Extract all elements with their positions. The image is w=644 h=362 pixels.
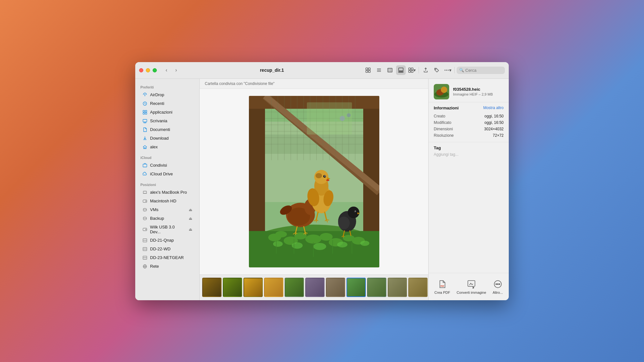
sidebar-item-applicazioni[interactable]: Applicazioni <box>137 108 197 116</box>
content-main[interactable] <box>200 89 428 274</box>
svg-point-142 <box>499 283 500 284</box>
svg-rect-13 <box>402 71 403 72</box>
sidebar-download-label: Download <box>150 136 169 141</box>
view-more-btn[interactable]: ▾ <box>407 65 417 75</box>
toolbar-divider-2 <box>454 67 455 73</box>
sidebar-item-wilk-usb[interactable]: Wilk USB 3.0 Dev... ⏏ <box>137 223 197 236</box>
search-box[interactable]: 🔍 <box>457 67 505 74</box>
inspector-info-section: Informazioni Mostra altro Creato oggi, 1… <box>429 102 509 142</box>
svg-point-84 <box>305 235 321 244</box>
crea-pdf-button[interactable]: PDF Crea PDF <box>431 277 453 296</box>
eject-wilk-icon[interactable]: ⏏ <box>189 227 192 232</box>
sidebar-documenti-label: Documenti <box>150 127 170 132</box>
eject-backup-icon[interactable]: ⏏ <box>189 216 192 221</box>
inspector-spacer <box>429 160 509 273</box>
svg-point-18 <box>435 69 436 70</box>
sidebar-item-documenti[interactable]: Documenti <box>137 125 197 134</box>
more-action-icon <box>493 279 503 289</box>
thumbnail-9[interactable] <box>367 278 386 297</box>
drive-icon-vms <box>142 207 147 212</box>
sidebar-item-dd21[interactable]: DD-21-Qnap <box>137 236 197 245</box>
converti-label: Converti immagine <box>457 291 486 294</box>
sidebar-applicazioni-label: Applicazioni <box>150 110 172 115</box>
share-button[interactable] <box>421 65 431 75</box>
thumbnail-10[interactable] <box>388 278 407 297</box>
search-icon: 🔍 <box>459 68 464 72</box>
view-gallery-btn[interactable] <box>396 65 406 75</box>
sidebar-wilk-label: Wilk USB 3.0 Dev... <box>150 225 186 234</box>
search-input[interactable] <box>465 68 502 73</box>
altro-label: Altro... <box>493 291 503 294</box>
info-creato-row: Creato oggi, 16:50 <box>434 113 504 119</box>
thumbnail-3[interactable] <box>243 278 263 297</box>
sidebar-item-condivisi[interactable]: Condivisi <box>137 161 197 170</box>
sidebar-item-dd23[interactable]: DD-23-NETGEAR <box>137 254 197 262</box>
svg-rect-16 <box>409 70 411 72</box>
disk-icon <box>142 199 147 204</box>
sidebar-item-vms[interactable]: VMs ⏏ <box>137 206 197 214</box>
toolbar-divider-1 <box>419 67 419 73</box>
svg-point-39 <box>146 229 146 230</box>
more-button[interactable]: ▾ <box>443 65 452 75</box>
back-button[interactable]: ‹ <box>162 66 171 75</box>
sidebar-item-recenti[interactable]: Recenti <box>137 99 197 108</box>
sidebar-item-alex[interactable]: alex <box>137 143 197 151</box>
nas-icon-dd21 <box>142 238 147 243</box>
svg-rect-10 <box>399 68 403 71</box>
svg-point-21 <box>448 70 449 71</box>
tag-button[interactable] <box>432 65 441 75</box>
thumbnail-5[interactable] <box>285 278 304 297</box>
main-body: Preferiti AirDrop <box>135 79 509 300</box>
svg-point-125 <box>355 211 356 211</box>
thumbnail-6[interactable] <box>305 278 325 297</box>
sidebar-icloud-label: iCloud <box>135 153 199 161</box>
maximize-button[interactable] <box>153 68 157 72</box>
thumbnail-7[interactable] <box>326 278 345 297</box>
eject-vms-icon[interactable]: ⏏ <box>189 208 192 212</box>
sidebar-preferiti-label: Preferiti <box>135 83 199 90</box>
sidebar-alex-label: alex <box>150 144 158 149</box>
thumbnail-4[interactable] <box>264 278 283 297</box>
svg-point-124 <box>354 210 356 212</box>
view-list-btn[interactable] <box>374 65 384 75</box>
tag-placeholder[interactable]: Aggiungi tag... <box>434 152 504 157</box>
forward-button[interactable]: › <box>172 66 181 75</box>
sidebar-macintosh-label: Macintosh HD <box>150 199 176 203</box>
sidebar-item-icloud-drive[interactable]: iCloud Drive <box>137 170 197 178</box>
svg-rect-32 <box>143 164 147 167</box>
mostra-altro-link[interactable]: Mostra altro <box>483 106 504 110</box>
svg-point-122 <box>348 207 359 218</box>
close-button[interactable] <box>139 68 143 72</box>
converti-button[interactable]: Converti immagine <box>453 277 489 296</box>
preview-image[interactable] <box>249 96 379 267</box>
sidebar-item-scrivania[interactable]: Scrivania <box>137 117 197 125</box>
sidebar-item-dd22[interactable]: DD-22-WD <box>137 245 197 253</box>
thumbnail-2[interactable] <box>223 278 242 297</box>
sidebar-item-macintosh-hd[interactable]: Macintosh HD <box>137 197 197 205</box>
altro-button[interactable]: Altro... <box>489 277 506 296</box>
info-title: Informazioni <box>434 106 459 110</box>
sidebar-item-backup[interactable]: Backup ⏏ <box>137 214 197 223</box>
thumbnail-8[interactable] <box>346 278 366 297</box>
sidebar-item-macbook[interactable]: alex's MacBook Pro <box>137 188 197 197</box>
svg-rect-26 <box>143 113 145 114</box>
svg-point-37 <box>143 217 147 218</box>
thumbnail-1[interactable] <box>202 278 222 297</box>
sidebar-item-airdrop[interactable]: AirDrop <box>137 91 197 99</box>
svg-point-91 <box>313 243 326 250</box>
view-icon-btn[interactable] <box>363 65 373 75</box>
view-column-btn[interactable] <box>385 65 395 75</box>
sidebar: Preferiti AirDrop <box>135 79 200 300</box>
minimize-button[interactable] <box>146 68 150 72</box>
thumbnail-11[interactable] <box>408 278 428 297</box>
sidebar-icloud-drive-label: iCloud Drive <box>150 172 173 176</box>
sidebar-airdrop-label: AirDrop <box>150 92 164 97</box>
sidebar-item-rete[interactable]: Rete <box>137 262 197 271</box>
content-area: Cartella condivisa con "Condivisione fil… <box>200 79 428 300</box>
sidebar-rete-label: Rete <box>150 264 159 269</box>
modificato-label: Modificato <box>434 120 451 125</box>
sidebar-item-download[interactable]: Download <box>137 134 197 143</box>
svg-point-89 <box>273 241 283 247</box>
nas-icon-dd23 <box>142 255 147 260</box>
svg-point-81 <box>275 231 287 237</box>
